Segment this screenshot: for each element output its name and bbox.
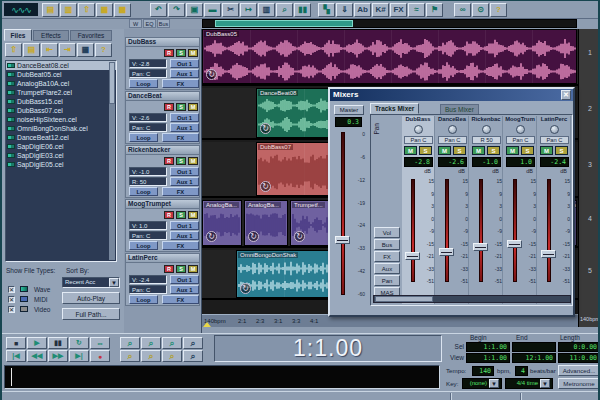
loop-button[interactable]: Loop	[129, 187, 158, 196]
full-path-button[interactable]: Full Path...	[62, 308, 120, 320]
route-button[interactable]: ↦	[240, 3, 257, 17]
zoom-out-horizontal-button[interactable]: ⌕	[120, 337, 140, 349]
tempo-field[interactable]: 140	[472, 366, 494, 376]
help-button[interactable]: ?	[490, 3, 507, 17]
mixer-horizontal-scrollbar[interactable]	[373, 295, 571, 303]
pan-value[interactable]: R: 50	[129, 177, 167, 186]
file-item[interactable]: DanceBeat08.cel	[6, 61, 116, 70]
solo-button[interactable]: S	[176, 265, 186, 273]
dropdown-arrow-icon[interactable]: ▼	[489, 379, 499, 388]
file-item[interactable]: AnalogBa10A.cel	[6, 79, 116, 88]
go-end-button[interactable]: ▶|	[69, 350, 89, 362]
view-length-field[interactable]: 11:0.00	[558, 353, 600, 363]
mixer-titlebar[interactable]: Mixers ✕	[330, 89, 573, 101]
sel-begin-field[interactable]: 1:1.00	[466, 342, 510, 352]
fader-track[interactable]	[411, 179, 415, 282]
solo-button[interactable]: S	[176, 103, 186, 111]
fx-button[interactable]: FX	[162, 187, 199, 196]
sel-end-field[interactable]	[512, 342, 556, 352]
mute-button[interactable]: M	[472, 146, 485, 155]
close-icon[interactable]: ✕	[561, 90, 571, 100]
fader-track[interactable]	[445, 179, 449, 282]
volume-value[interactable]: V: -2.8	[129, 59, 167, 68]
view-mode-button[interactable]: ▦	[77, 43, 94, 57]
output-button[interactable]: Out 1	[170, 221, 199, 230]
volume-value[interactable]: V: -1.0	[129, 167, 167, 176]
fader-handle[interactable]	[405, 252, 420, 260]
rack-button-pan[interactable]: Pan	[374, 275, 400, 286]
track-name[interactable]: DanceBeat	[126, 92, 199, 101]
fader-track[interactable]	[547, 179, 551, 282]
ruler-now-marker[interactable]	[203, 322, 211, 327]
mute-button[interactable]: M	[188, 211, 198, 219]
envelope-button[interactable]: ≈	[408, 3, 425, 17]
tab-tracks-mixer[interactable]: Tracks Mixer	[370, 103, 419, 114]
rack-button-vol[interactable]: Vol	[374, 227, 400, 238]
solo-button[interactable]: S	[176, 157, 186, 165]
solo-button[interactable]: S	[176, 211, 186, 219]
file-item[interactable]: OmniBongDonShak.cel	[6, 124, 116, 133]
pan-knob[interactable]	[414, 125, 423, 134]
view-end-field[interactable]: 12:1.00	[512, 353, 556, 363]
solo-button[interactable]: S	[555, 146, 568, 155]
song-overview-navigator[interactable]	[4, 365, 440, 389]
fx-button[interactable]: FX	[162, 241, 199, 250]
beats-per-bar-field[interactable]: 4	[515, 366, 528, 376]
file-item[interactable]: DubBass15.cel	[6, 97, 116, 106]
track-view-tab-w[interactable]: W	[129, 19, 142, 28]
pan-value[interactable]: Pan: C	[129, 123, 167, 132]
output-button[interactable]: Out 1	[170, 113, 199, 122]
clock-button[interactable]: ⊙	[472, 3, 489, 17]
volume-value[interactable]: V: 1.0	[129, 221, 167, 230]
volume-value[interactable]: V: -2.6	[129, 113, 167, 122]
zoom-fit-button[interactable]: ⌕	[183, 350, 203, 362]
fader-handle[interactable]	[507, 240, 522, 248]
mute-button[interactable]: M	[188, 103, 198, 111]
redo-button[interactable]: ↷	[168, 3, 185, 17]
go-start-button[interactable]: |◀	[6, 350, 26, 362]
record-arm-button[interactable]: R	[164, 103, 174, 111]
dropdown-arrow-icon[interactable]: ▼	[540, 379, 550, 388]
stop-button[interactable]: ■	[6, 337, 26, 349]
zoom-in-horizontal-button[interactable]: ⌕	[141, 337, 161, 349]
track-view-tab-eq[interactable]: EQ	[143, 19, 156, 28]
rack-button-fx[interactable]: FX	[374, 251, 400, 262]
window-layout-button[interactable]: ▣	[186, 3, 203, 17]
folder-open-button[interactable]: ▤	[23, 43, 40, 57]
time-signature-dropdown[interactable]: 4/4 time ▼	[505, 378, 553, 389]
file-item[interactable]: DubBeat05.cel	[6, 70, 116, 79]
clip-view-button[interactable]: ▬	[204, 3, 221, 17]
mute-button[interactable]: M	[404, 146, 417, 155]
record-arm-button[interactable]: R	[164, 157, 174, 165]
audio-ab-button[interactable]: Ab	[354, 3, 371, 17]
scrollbar-thumb[interactable]	[375, 296, 433, 302]
output-button[interactable]: Out 1	[170, 275, 199, 284]
pan-value[interactable]: Pan: C	[129, 231, 167, 240]
file-item[interactable]: noiseHipSixteen.cel	[6, 115, 116, 124]
pan-knob[interactable]	[482, 125, 491, 134]
fader-track[interactable]	[341, 132, 345, 295]
file-item[interactable]: TrumpetFlare2.cel	[6, 88, 116, 97]
fx-button[interactable]: FX	[162, 133, 199, 142]
browser-help-button[interactable]: ?	[95, 43, 112, 57]
solo-button[interactable]: S	[419, 146, 432, 155]
loop-button[interactable]: Loop	[129, 79, 158, 88]
auto-play-button[interactable]: Auto-Play	[62, 292, 120, 304]
output-button[interactable]: Out 1	[170, 59, 199, 68]
rack-button-aux[interactable]: Aux	[374, 263, 400, 274]
pan-value[interactable]: R 50	[472, 136, 501, 144]
pan-value[interactable]: Pan: C	[129, 69, 167, 78]
track-name[interactable]: MoogTrumpet	[126, 200, 199, 209]
fast-forward-button[interactable]: ▶▶	[48, 350, 68, 362]
zoom-out-vertical-button[interactable]: ⌕	[120, 350, 140, 362]
scrollbar-thumb[interactable]	[215, 20, 353, 27]
pause-button[interactable]: ▮▮	[48, 337, 68, 349]
zoom-tool-button[interactable]: ⌕	[276, 3, 293, 17]
aux-button[interactable]: Aux 1	[170, 69, 199, 78]
tab-favorites[interactable]: Favorites	[70, 30, 112, 41]
key-map-button[interactable]: K#	[372, 3, 389, 17]
mute-button[interactable]: M	[188, 157, 198, 165]
fader-track[interactable]	[513, 179, 517, 282]
pan-value[interactable]: Pan: C	[129, 285, 167, 294]
extract-audio-button[interactable]: ⇧	[78, 3, 95, 17]
